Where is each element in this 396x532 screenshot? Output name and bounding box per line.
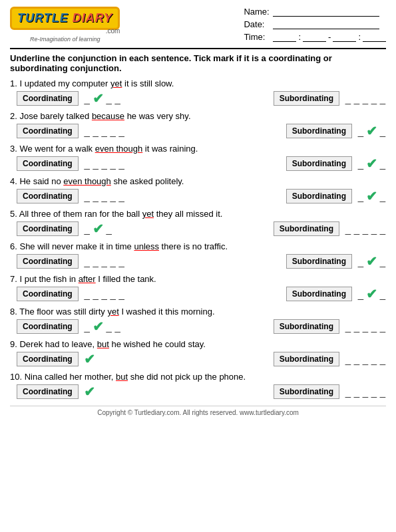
answer-row-5: Coordinating_✔_Subordinating_____ [17, 221, 386, 236]
coordinating-button[interactable]: Coordinating [17, 384, 79, 399]
subordinating-button[interactable]: Subordinating [286, 156, 352, 171]
checkmark-icon: ✔ [366, 255, 377, 268]
dash-mark: _ [106, 223, 112, 235]
subordinating-button[interactable]: Subordinating [286, 189, 352, 203]
dash-mark: _ [353, 354, 360, 365]
dash-mark: _ [357, 126, 364, 137]
question-num-1: 1. [10, 78, 19, 88]
sentence-text: she did not pick up the phone. [128, 372, 246, 382]
sentence-text: he wished he could stay. [109, 339, 206, 349]
question-text-10: 10. Nina called her mother, but she did … [10, 372, 386, 382]
subordinating-button[interactable]: Subordinating [286, 254, 352, 269]
coordinating-button[interactable]: Coordinating [17, 156, 79, 171]
subord-dashes: _✔_ [357, 190, 386, 203]
coord-dashes: ✔ [84, 352, 95, 366]
question-num-10: 10. [10, 372, 25, 382]
subord-dashes: _✔_ [357, 255, 386, 268]
dash-mark: _ [84, 223, 91, 235]
sentence-text: I filled the tank. [96, 274, 156, 284]
dash-mark: _ [353, 321, 360, 332]
sentence-text: it is still slow. [122, 78, 174, 88]
question-9: 9. Derek had to leave, but he wished he … [10, 339, 386, 366]
dash-mark: _ [345, 321, 351, 332]
conjunction-word: because [92, 111, 124, 121]
coordinating-button[interactable]: Coordinating [17, 319, 79, 334]
dash-mark: _ [345, 93, 351, 104]
dash-mark: _ [93, 191, 99, 202]
sentence-text: I updated my computer [19, 78, 110, 88]
checkmark-icon: ✔ [93, 320, 104, 333]
dash-mark: _ [379, 321, 386, 332]
footer-text: Copyright © Turtlediary.com. All rights … [97, 409, 299, 416]
subordinating-button[interactable]: Subordinating [274, 91, 339, 106]
coord-dashes: _____ [84, 191, 125, 202]
subordinating-button[interactable]: Subordinating [274, 384, 339, 399]
dash-mark: _ [371, 354, 377, 365]
question-text-4: 4. He said no even though she asked poli… [10, 176, 386, 186]
subord-dashes: _✔_ [357, 157, 386, 170]
question-text-9: 9. Derek had to leave, but he wished he … [10, 339, 386, 349]
questions-container: 1. I updated my computer yet it is still… [10, 78, 386, 399]
question-num-4: 4. [10, 176, 19, 186]
coordinating-button[interactable]: Coordinating [17, 124, 79, 138]
dash-mark: _ [379, 191, 386, 202]
sentence-text: He said no [19, 176, 63, 186]
coord-dashes: _____ [84, 256, 125, 267]
dash-mark: _ [106, 93, 112, 104]
dash-mark: _ [118, 191, 125, 202]
sentence-text: she asked politely. [111, 176, 184, 186]
question-text-2: 2. Jose barely talked because he was ver… [10, 111, 386, 121]
subordinating-button[interactable]: Subordinating [274, 221, 339, 236]
subordinating-button[interactable]: Subordinating [286, 124, 352, 138]
coordinating-button[interactable]: Coordinating [17, 287, 79, 301]
dash-mark: _ [345, 223, 351, 235]
dash-mark: _ [84, 93, 91, 104]
dash-mark: _ [379, 354, 386, 365]
coordinating-button[interactable]: Coordinating [17, 91, 79, 106]
coordinating-button[interactable]: Coordinating [17, 352, 79, 366]
answer-row-10: Coordinating✔Subordinating_____ [17, 384, 386, 399]
instructions-text: Underline the conjunction in each senten… [10, 53, 332, 73]
date-label: Date: [244, 19, 270, 29]
checkmark-icon: ✔ [93, 222, 104, 235]
dash-mark: _ [357, 256, 364, 267]
subordinating-side: Subordinating_✔_ [286, 254, 386, 269]
time-h1 [273, 33, 296, 42]
subordinating-button[interactable]: Subordinating [274, 352, 339, 366]
dash-mark: _ [110, 289, 116, 300]
subordinating-side: Subordinating_____ [274, 384, 386, 399]
coordinating-button[interactable]: Coordinating [17, 221, 79, 236]
dash-mark: _ [345, 354, 351, 365]
subord-dashes: _____ [345, 354, 386, 365]
subordinating-button[interactable]: Subordinating [286, 287, 352, 301]
answer-row-4: Coordinating_____Subordinating_✔_ [17, 189, 386, 203]
dash-mark: _ [114, 93, 121, 104]
subordinating-side: Subordinating_✔_ [286, 287, 386, 301]
dash-mark: _ [93, 158, 99, 170]
footer: Copyright © Turtlediary.com. All rights … [10, 406, 386, 416]
sentence-text: Derek had to leave, [19, 339, 97, 349]
question-num-3: 3. [10, 144, 19, 154]
name-label: Name: [244, 7, 270, 17]
checkmark-icon: ✔ [366, 287, 377, 301]
conjunction-word: yet [110, 78, 122, 88]
coordinating-button[interactable]: Coordinating [17, 189, 79, 203]
dash-mark: _ [357, 158, 364, 170]
question-num-7: 7. [10, 274, 19, 284]
checkmark-icon: ✔ [84, 352, 95, 366]
coordinating-button[interactable]: Coordinating [17, 254, 79, 269]
question-num-6: 6. [10, 241, 19, 251]
dash-mark: _ [362, 93, 369, 104]
dash-mark: _ [110, 158, 116, 170]
dash-mark: _ [110, 126, 116, 137]
subord-dashes: _____ [345, 386, 386, 398]
subordinating-button[interactable]: Subordinating [274, 319, 339, 334]
time-label: Time: [244, 32, 270, 42]
question-num-2: 2. [10, 111, 19, 121]
answer-row-9: Coordinating✔Subordinating_____ [17, 352, 386, 366]
question-num-8: 8. [10, 307, 19, 317]
checkmark-icon: ✔ [366, 190, 377, 203]
logo-com: .com [106, 27, 120, 35]
question-2: 2. Jose barely talked because he was ver… [10, 111, 386, 138]
question-4: 4. He said no even though she asked poli… [10, 176, 386, 203]
